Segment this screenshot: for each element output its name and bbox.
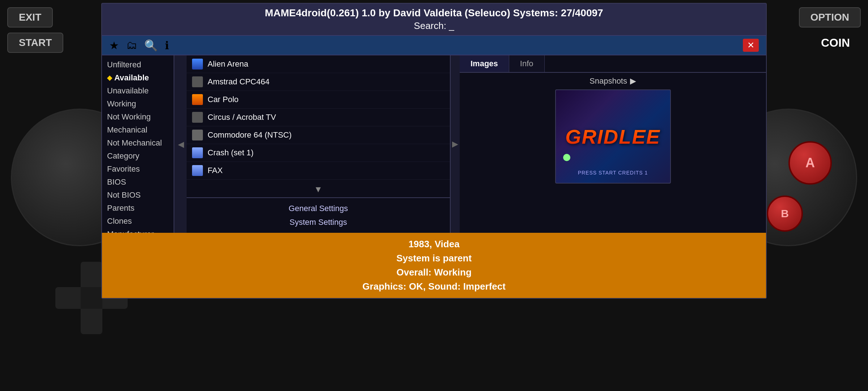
snapshots-text: Snapshots (590, 76, 627, 86)
filter-category[interactable]: Category (102, 150, 174, 163)
filter-not-bios[interactable]: Not BIOS (102, 189, 174, 202)
dpad-center (81, 287, 102, 309)
info-icon[interactable]: ℹ (165, 39, 169, 52)
game-list: Alien Arena Amstrad CPC464 Car Polo (187, 55, 450, 181)
filter-unavailable[interactable]: Unavailable (102, 84, 174, 97)
press-start-text: PRESS START CREDITS 1 (578, 170, 648, 176)
favorites-icon[interactable]: ★ (109, 39, 119, 52)
general-settings-button[interactable]: General Settings (190, 202, 446, 215)
filter-working[interactable]: Working (102, 97, 174, 110)
info-line3: Overall: Working (396, 267, 472, 278)
search-icon[interactable]: 🔍 (144, 39, 158, 52)
info-bar-text: 1983, Videa System is parent Overall: Wo… (109, 237, 759, 294)
game-item-fax2[interactable]: FAX 2 (187, 180, 450, 181)
filter-parents[interactable]: Parents (102, 202, 174, 215)
start-button[interactable]: START (7, 33, 63, 53)
game-name-crash: Crash (set 1) (208, 148, 254, 157)
close-button[interactable]: ✕ (743, 39, 759, 52)
game-icon-commodore (191, 129, 204, 142)
info-line2: System is parent (396, 253, 472, 264)
dialog-content: Unfiltered ◆Available Unavailable Workin… (102, 55, 766, 233)
preview-tabs: Images Info (460, 55, 766, 73)
system-settings-button[interactable]: System Settings (190, 215, 446, 229)
scroll-down-indicator[interactable]: ▼ (187, 181, 450, 197)
filter-available[interactable]: ◆Available (102, 71, 174, 84)
filter-mechanical[interactable]: Mechanical (102, 123, 174, 136)
preview-content: Snapshots ▶ GRIDLEE PRESS START CREDITS … (460, 73, 766, 233)
game-list-panel: Alien Arena Amstrad CPC464 Car Polo (187, 55, 451, 233)
scroll-left-arrow[interactable]: ◀ (174, 138, 187, 150)
game-logo: GRIDLEE (565, 125, 660, 148)
filter-clones[interactable]: Clones (102, 215, 174, 228)
game-name-alien-arena: Alien Arena (208, 59, 248, 69)
snapshots-label[interactable]: Snapshots ▶ (590, 76, 636, 86)
game-item-crash[interactable]: Crash (set 1) (187, 144, 450, 162)
game-icon-car-polo (191, 93, 204, 106)
character-sprite (563, 154, 570, 161)
exit-button[interactable]: EXIT (7, 7, 53, 28)
button-b[interactable]: B (767, 196, 803, 232)
game-icon-fax (191, 164, 204, 177)
tab-info[interactable]: Info (509, 55, 545, 72)
scroll-right-arrow[interactable]: ▶ (451, 138, 460, 150)
game-item-car-polo[interactable]: Car Polo (187, 91, 450, 109)
game-icon-circus (191, 111, 204, 124)
game-item-circus[interactable]: Circus / Acrobat TV (187, 109, 450, 126)
folder-icon[interactable]: 🗂 (126, 39, 137, 51)
game-icon-amstrad (191, 75, 204, 88)
game-icon-crash (191, 146, 204, 159)
info-line1: 1983, Videa (408, 239, 459, 249)
search-cursor: _ (449, 20, 454, 31)
game-item-amstrad[interactable]: Amstrad CPC464 (187, 73, 450, 91)
game-preview-image: GRIDLEE PRESS START CREDITS 1 (555, 89, 671, 184)
game-icon-alien-arena (191, 58, 204, 71)
game-item-commodore[interactable]: Commodore 64 (NTSC) (187, 126, 450, 144)
filter-not-mechanical[interactable]: Not Mechanical (102, 136, 174, 150)
filter-unfiltered[interactable]: Unfiltered (102, 58, 174, 71)
info-bar: 1983, Videa System is parent Overall: Wo… (102, 233, 766, 298)
filter-manufacturer[interactable]: Manufacturer (102, 228, 174, 233)
search-row: Search: _ (109, 20, 759, 31)
snapshots-arrow: ▶ (630, 76, 636, 86)
game-name-circus: Circus / Acrobat TV (208, 113, 276, 122)
game-name-amstrad: Amstrad CPC464 (208, 77, 269, 87)
dialog-toolbar: ★ 🗂 🔍 ℹ ✕ (102, 36, 766, 55)
filter-panel: Unfiltered ◆Available Unavailable Workin… (102, 55, 174, 233)
option-button[interactable]: OPTION (799, 7, 861, 28)
main-dialog: MAME4droid(0.261) 1.0 by David Valdeita … (101, 3, 767, 299)
active-diamond: ◆ (107, 74, 112, 82)
search-label: Search: (414, 20, 446, 31)
filter-not-working[interactable]: Not Working (102, 110, 174, 123)
tab-images[interactable]: Images (460, 55, 509, 72)
button-a[interactable]: A (788, 141, 832, 185)
game-item-alien-arena[interactable]: Alien Arena (187, 55, 450, 73)
coin-button[interactable]: COIN (810, 33, 861, 53)
game-name-car-polo: Car Polo (208, 95, 239, 104)
filter-bios[interactable]: BIOS (102, 176, 174, 189)
game-name-commodore: Commodore 64 (NTSC) (208, 130, 292, 140)
dialog-header: MAME4droid(0.261) 1.0 by David Valdeita … (102, 4, 766, 36)
preview-panel: Images Info Snapshots ▶ GRIDLEE PRESS ST… (460, 55, 766, 233)
game-name-fax: FAX (208, 166, 223, 175)
info-line4: Graphics: OK, Sound: Imperfect (362, 281, 506, 292)
filter-favorites[interactable]: Favorites (102, 163, 174, 176)
app-title: MAME4droid(0.261) 1.0 by David Valdeita … (109, 7, 759, 19)
game-list-footer: General Settings System Settings (187, 197, 450, 233)
game-item-fax[interactable]: FAX (187, 162, 450, 180)
